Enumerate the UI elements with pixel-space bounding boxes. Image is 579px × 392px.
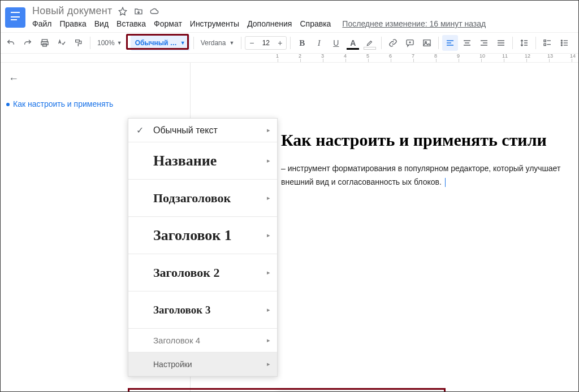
insert-image-button[interactable] — [419, 35, 435, 51]
checklist-button[interactable] — [539, 35, 555, 51]
style-option-label: Обычный текст — [153, 125, 218, 136]
svg-point-9 — [561, 42, 563, 43]
align-right-button[interactable] — [476, 35, 492, 51]
align-left-button[interactable] — [442, 35, 458, 51]
svg-point-8 — [561, 40, 563, 41]
svg-rect-4 — [424, 40, 430, 46]
document-outline: ← Как настроить и применять — [1, 63, 128, 108]
outline-bullet-icon — [6, 103, 10, 106]
line-spacing-button[interactable] — [516, 35, 532, 51]
docs-app-icon[interactable] — [5, 7, 25, 28]
redo-button[interactable] — [20, 35, 36, 51]
submenu-arrow-icon: ▸ — [267, 360, 270, 368]
svg-point-10 — [561, 45, 563, 46]
font-size-increase[interactable]: + — [274, 38, 286, 47]
outline-heading-label: Как настроить и применять — [13, 99, 113, 108]
titlebar: Новый документ Файл Правка Вид Вставка Ф… — [1, 1, 578, 32]
text-cursor — [445, 178, 446, 187]
paint-format-button[interactable] — [71, 35, 87, 51]
style-options-row[interactable]: Настройки ▸ — [128, 352, 277, 376]
horizontal-ruler[interactable]: 1 2 3 4 5 6 7 8 9 10 11 12 13 14 15 — [1, 54, 578, 63]
highlight-button[interactable] — [362, 35, 378, 51]
style-option-label: Заголовок 2 — [153, 265, 219, 280]
font-size-value[interactable]: 12 — [258, 39, 274, 47]
paragraph-styles-menu: ✓ Обычный текст ▸ Название ▸ Подзаголово… — [128, 118, 278, 377]
document-title[interactable]: Новый документ — [32, 5, 112, 17]
style-option-normal[interactable]: ✓ Обычный текст ▸ — [128, 119, 277, 142]
undo-button[interactable] — [3, 35, 19, 51]
menu-help[interactable]: Справка — [300, 19, 331, 28]
menu-insert[interactable]: Вставка — [116, 19, 146, 28]
style-option-subtitle[interactable]: Подзаголовок ▸ — [128, 180, 277, 217]
menu-edit[interactable]: Правка — [59, 19, 86, 28]
submenu-arrow-icon: ▸ — [267, 269, 270, 276]
svg-rect-6 — [544, 40, 546, 42]
toolbar: 100%▼ Обычный …▼ Verdana▼ − 12 + B I U A — [1, 32, 578, 54]
style-option-h3[interactable]: Заголовок 3 ▸ — [128, 291, 277, 329]
menu-view[interactable]: Вид — [94, 19, 109, 28]
star-icon[interactable] — [118, 6, 128, 16]
italic-button[interactable]: I — [311, 35, 327, 51]
insert-link-button[interactable] — [385, 35, 401, 51]
font-size-control: − 12 + — [245, 36, 287, 50]
print-button[interactable] — [37, 35, 53, 51]
style-option-label: Название — [153, 153, 217, 169]
svg-rect-7 — [544, 43, 546, 45]
insert-comment-button[interactable] — [402, 35, 418, 51]
submenu-arrow-icon: ▸ — [267, 232, 270, 239]
style-option-h4[interactable]: Заголовок 4 ▸ — [128, 329, 277, 352]
font-family-dropdown[interactable]: Verdana▼ — [197, 39, 238, 47]
style-option-label: Подзаголовок — [153, 191, 231, 206]
style-option-label: Настройки — [153, 360, 192, 369]
last-edit-link[interactable]: Последнее изменение: 16 минут назад — [342, 19, 486, 28]
cloud-status-icon[interactable] — [149, 6, 159, 16]
menu-addons[interactable]: Дополнения — [247, 19, 292, 28]
paragraph-style-label: Обычный … — [135, 39, 177, 47]
menu-file[interactable]: Файл — [32, 19, 51, 28]
outline-collapse-icon[interactable]: ← — [8, 73, 122, 85]
align-justify-button[interactable] — [493, 35, 509, 51]
style-option-h2[interactable]: Заголовок 2 ▸ — [128, 254, 277, 291]
zoom-select[interactable]: 100%▼ — [94, 39, 123, 47]
move-to-folder-icon[interactable] — [133, 6, 144, 16]
submenu-arrow-icon: ▸ — [267, 306, 270, 313]
paragraph-style-dropdown[interactable]: Обычный …▼ — [131, 35, 190, 51]
menu-tools[interactable]: Инструменты — [190, 19, 239, 28]
text-color-button[interactable]: A — [345, 35, 361, 51]
submenu-arrow-icon: ▸ — [267, 127, 270, 134]
submenu-arrow-icon: ▸ — [267, 194, 270, 202]
submenu-arrow-icon: ▸ — [267, 337, 270, 344]
doc-paragraph[interactable]: – инструмент форматирования в популярном… — [281, 162, 567, 189]
submenu-arrow-icon: ▸ — [267, 157, 270, 164]
style-option-title[interactable]: Название ▸ — [128, 142, 277, 180]
align-center-button[interactable] — [459, 35, 475, 51]
underline-button[interactable]: U — [328, 35, 344, 51]
menu-format[interactable]: Формат — [154, 19, 182, 28]
outline-heading-item[interactable]: Как настроить и применять — [8, 99, 122, 108]
style-option-label: Заголовок 3 — [153, 304, 210, 316]
doc-heading[interactable]: Как настроить и применять стили — [281, 130, 567, 150]
check-icon: ✓ — [136, 125, 144, 136]
bulleted-list-button[interactable] — [556, 35, 572, 51]
style-option-label: Заголовок 1 — [153, 227, 232, 244]
bold-button[interactable]: B — [294, 35, 310, 51]
menubar: Файл Правка Вид Вставка Формат Инструмен… — [32, 19, 486, 28]
style-option-h1[interactable]: Заголовок 1 ▸ — [128, 217, 277, 254]
spellcheck-button[interactable] — [54, 35, 70, 51]
style-option-label: Заголовок 4 — [153, 336, 200, 345]
font-size-decrease[interactable]: − — [245, 38, 258, 47]
